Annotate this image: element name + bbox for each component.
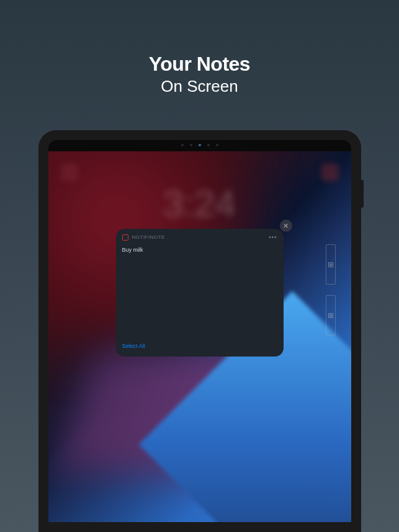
tablet-bezel: 3:24 ✕ NOTIFINOTE ••• Buy milk Sele bbox=[48, 140, 351, 522]
lockscreen-clock: 3:24 bbox=[163, 182, 236, 225]
status-dot bbox=[190, 144, 192, 146]
side-control-down[interactable] bbox=[326, 295, 336, 335]
select-all-button[interactable]: Select All bbox=[122, 343, 145, 349]
tablet-screen: 3:24 ✕ NOTIFINOTE ••• Buy milk Sele bbox=[48, 151, 351, 522]
notification-widget[interactable]: NOTIFINOTE ••• Buy milk Select All bbox=[116, 229, 284, 357]
status-dot bbox=[207, 144, 210, 146]
power-button bbox=[361, 180, 364, 208]
side-control-up[interactable] bbox=[326, 244, 336, 285]
status-dot-active bbox=[199, 144, 201, 146]
hero-section: Your Notes On Screen bbox=[0, 0, 399, 96]
arrow-up-icon bbox=[328, 262, 333, 267]
app-icon-right bbox=[321, 164, 339, 181]
widget-header: NOTIFINOTE ••• bbox=[116, 229, 284, 244]
status-indicators bbox=[181, 144, 218, 146]
close-icon: ✕ bbox=[283, 222, 289, 230]
app-icon-left bbox=[61, 164, 78, 181]
hero-subtitle: On Screen bbox=[0, 77, 399, 96]
widget-header-left: NOTIFINOTE bbox=[122, 234, 165, 241]
status-dot bbox=[181, 144, 184, 146]
side-controls bbox=[326, 244, 336, 335]
widget-body: Buy milk bbox=[116, 244, 284, 334]
more-icon[interactable]: ••• bbox=[269, 234, 277, 241]
status-dot bbox=[216, 144, 218, 146]
hero-title: Your Notes bbox=[0, 53, 399, 76]
arrow-down-icon bbox=[328, 313, 333, 318]
widget-footer: Select All bbox=[116, 334, 284, 357]
app-icon bbox=[122, 234, 128, 241]
note-content: Buy milk bbox=[122, 247, 277, 253]
app-name-label: NOTIFINOTE bbox=[132, 234, 165, 240]
close-button[interactable]: ✕ bbox=[280, 219, 292, 232]
tablet-frame: 3:24 ✕ NOTIFINOTE ••• Buy milk Sele bbox=[38, 130, 361, 532]
